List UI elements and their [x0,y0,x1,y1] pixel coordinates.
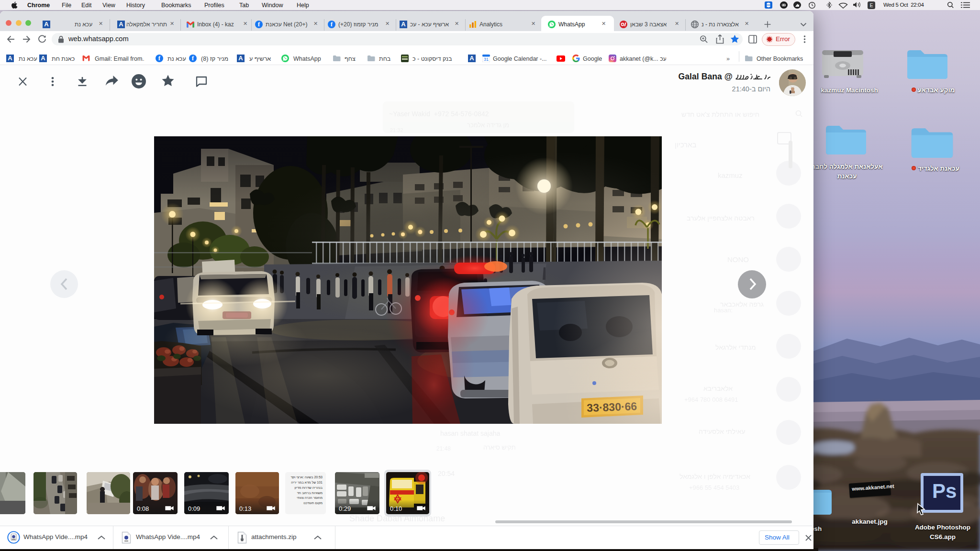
svg-text:E: E [870,3,873,8]
svg-text:31: 31 [484,57,489,62]
